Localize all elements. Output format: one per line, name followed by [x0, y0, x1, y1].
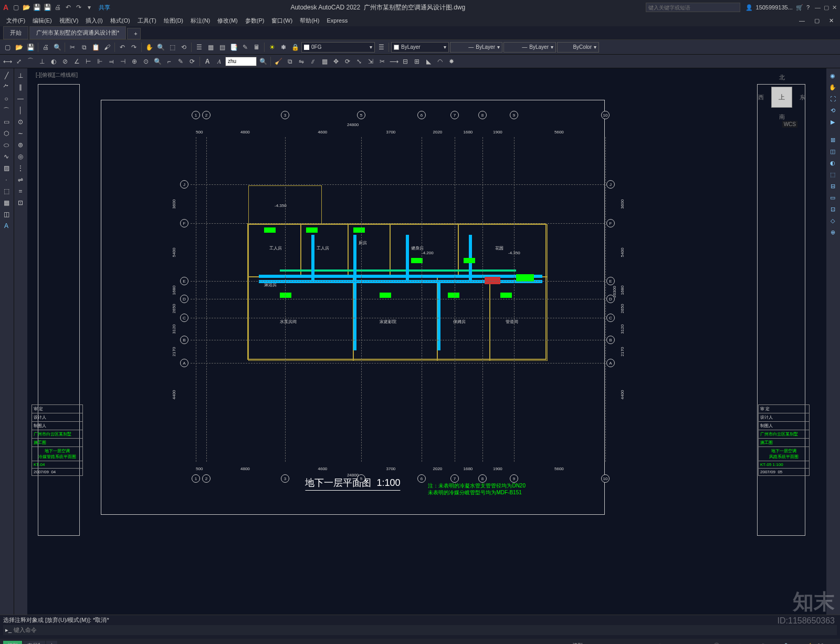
search-input[interactable]: [646, 3, 740, 12]
rotate-icon[interactable]: ⟳: [342, 56, 353, 67]
ellipse-icon[interactable]: ⬭: [1, 140, 12, 150]
text-icon[interactable]: A: [202, 56, 213, 67]
copy-icon[interactable]: ⧉: [79, 42, 89, 53]
share-button[interactable]: 共享: [99, 4, 110, 12]
undo-icon[interactable]: ↶: [64, 3, 72, 12]
save-file-icon[interactable]: 💾: [25, 42, 36, 53]
extra1-icon[interactable]: ⊡: [827, 204, 838, 214]
cycle-icon[interactable]: ⟳: [700, 641, 710, 644]
properties-icon[interactable]: ☰: [194, 42, 204, 53]
plotstyle-dropdown[interactable]: ByColor ▾: [557, 42, 599, 53]
menu-edit[interactable]: 编辑(E): [29, 16, 55, 26]
child-close-icon[interactable]: ✕: [826, 16, 837, 25]
edit-dim-icon[interactable]: ✎: [175, 56, 186, 67]
hardware-icon[interactable]: ⚡: [804, 641, 814, 644]
drawing-canvas[interactable]: [-][俯视][二维线框] 审 定 设计人 制图人 广州市白云区某别墅 施工图 …: [27, 68, 826, 615]
model-label[interactable]: 模型: [572, 642, 583, 644]
chamfer-icon[interactable]: ◣: [423, 56, 434, 67]
zoom-prev-icon[interactable]: ⟲: [178, 42, 189, 53]
save-icon[interactable]: 💾: [33, 3, 41, 12]
menu-format[interactable]: 格式(O): [107, 16, 133, 26]
lock-icon[interactable]: 🔒: [290, 42, 300, 53]
sun-icon[interactable]: ☀: [267, 42, 277, 53]
tab-new-icon[interactable]: +: [127, 28, 141, 39]
section-icon[interactable]: ⊟: [827, 181, 838, 191]
dim-ang-icon[interactable]: ∠: [71, 56, 82, 67]
3d-icon[interactable]: ⬚: [827, 169, 838, 180]
extra3-icon[interactable]: ⊕: [827, 227, 838, 237]
open-icon[interactable]: 📂: [22, 3, 30, 12]
dim-ord-icon[interactable]: ⊥: [37, 56, 47, 67]
font-input[interactable]: [225, 57, 257, 66]
add-layout-icon[interactable]: +: [46, 641, 58, 644]
quick-props-icon[interactable]: ☰: [770, 641, 779, 644]
symmetric-icon[interactable]: ⇌: [15, 174, 26, 185]
mtext-icon[interactable]: A: [1, 221, 12, 231]
markup-icon[interactable]: ✎: [240, 42, 250, 53]
fix-icon[interactable]: ⊡: [15, 198, 26, 208]
menu-modify[interactable]: 修改(M): [214, 16, 241, 26]
child-restore-icon[interactable]: ▢: [811, 16, 823, 25]
viewport-label[interactable]: [-][俯视][二维线框]: [36, 71, 78, 79]
dim-dia-icon[interactable]: ⊘: [60, 56, 70, 67]
new-icon[interactable]: ▢: [12, 3, 20, 12]
sheet-set-icon[interactable]: 📑: [228, 42, 239, 53]
line-icon[interactable]: ╱: [1, 70, 12, 81]
dim-base-icon[interactable]: ⊢: [83, 56, 93, 67]
pan2-icon[interactable]: ✋: [827, 82, 838, 92]
design-center-icon[interactable]: ▦: [205, 42, 216, 53]
3dosnap-icon[interactable]: ⬚: [643, 641, 652, 644]
polar-icon[interactable]: ✶: [620, 641, 629, 644]
trim-icon[interactable]: ✂: [377, 56, 387, 67]
center-icon[interactable]: ⊙: [141, 56, 151, 67]
table-icon[interactable]: ▦: [1, 198, 12, 208]
arc-icon[interactable]: ⌒: [1, 105, 12, 116]
anno-scale-icon[interactable]: ⚖: [723, 641, 733, 644]
view-icon[interactable]: ◫: [827, 146, 838, 157]
polygon-icon[interactable]: ⬡: [1, 128, 12, 139]
scale-icon[interactable]: ⤡: [354, 56, 364, 67]
region-icon[interactable]: ◫: [1, 209, 12, 220]
tab-active[interactable]: 广州市某别墅的空调通风设计图*: [29, 26, 126, 39]
cart-icon[interactable]: 🛒: [796, 4, 803, 11]
transparency-icon[interactable]: ◐: [689, 641, 698, 644]
array-icon[interactable]: ▦: [319, 56, 330, 67]
dim-aligned-icon[interactable]: ⤢: [14, 56, 24, 67]
visual-style-icon[interactable]: ◐: [827, 158, 838, 168]
extra2-icon[interactable]: ◇: [827, 215, 838, 226]
zoom-icon[interactable]: 🔍: [155, 42, 166, 53]
dim-cont-icon[interactable]: ⊩: [94, 56, 105, 67]
showmotion-icon[interactable]: ▶: [827, 117, 838, 127]
join-icon[interactable]: ⊞: [412, 56, 422, 67]
wcs-label[interactable]: WCS: [782, 121, 797, 128]
menu-window[interactable]: 窗口(W): [268, 16, 296, 26]
open-file-icon[interactable]: 📂: [14, 42, 24, 53]
minimize-icon[interactable]: —: [815, 4, 821, 11]
menu-express[interactable]: Express: [323, 16, 351, 25]
calc-icon[interactable]: 🖩: [251, 42, 262, 53]
stretch-icon[interactable]: ⇲: [365, 56, 376, 67]
osnap-icon[interactable]: ⊡: [631, 641, 640, 644]
zoom-extents-icon[interactable]: ⛶: [827, 94, 838, 104]
redo2-icon[interactable]: ↷: [129, 42, 139, 53]
dropdown-icon[interactable]: ▾: [85, 3, 93, 12]
equal-icon[interactable]: =: [15, 186, 26, 196]
layout1-tab[interactable]: 布局1: [23, 641, 45, 644]
redo-icon[interactable]: ↷: [75, 3, 83, 12]
collinear-icon[interactable]: ⋮: [15, 163, 26, 173]
workspace-icon[interactable]: ⚙: [735, 641, 744, 644]
ucs-icon[interactable]: ⊞: [827, 134, 838, 145]
ortho-icon[interactable]: ∟: [608, 641, 617, 644]
full-nav-wheel-icon[interactable]: ◉: [827, 70, 838, 81]
dim-linear-icon[interactable]: ⟷: [2, 56, 13, 67]
menu-draw[interactable]: 绘图(D): [161, 16, 186, 26]
copy2-icon[interactable]: ⧉: [285, 56, 295, 67]
menu-view[interactable]: 视图(V): [56, 16, 82, 26]
cut-icon[interactable]: ✂: [67, 42, 78, 53]
jog-icon[interactable]: ⌐: [164, 56, 174, 67]
lock-ui-icon[interactable]: 🔒: [781, 641, 791, 644]
pline-icon[interactable]: ⺈: [1, 82, 12, 92]
units-icon[interactable]: #: [758, 641, 768, 644]
match-icon[interactable]: 🖌: [102, 42, 112, 53]
snap-mode-icon[interactable]: ⊞: [596, 641, 606, 644]
